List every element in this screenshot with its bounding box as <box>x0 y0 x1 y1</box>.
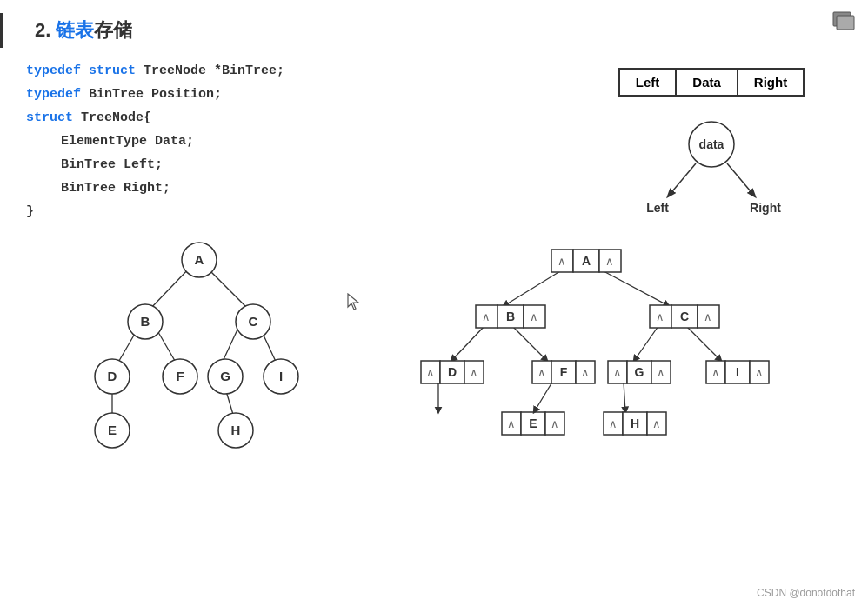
svg-text:data: data <box>699 137 724 151</box>
svg-line-9 <box>206 267 250 310</box>
svg-text:∧: ∧ <box>581 366 590 379</box>
page-container: 2. 链表存储 typedef struct TreeNode *BinTree… <box>0 0 868 606</box>
box-tree-svg: ∧ A ∧ ∧ B ∧ ∧ <box>399 241 782 450</box>
code-line-6: BinTree Right; <box>26 176 564 200</box>
svg-text:A: A <box>195 252 204 267</box>
svg-line-5 <box>727 163 755 196</box>
cell-data: Data <box>676 69 738 96</box>
svg-text:D: D <box>448 365 457 379</box>
svg-line-45 <box>686 326 721 361</box>
svg-text:∧: ∧ <box>507 417 516 430</box>
svg-line-90 <box>534 383 551 412</box>
svg-text:C: C <box>680 310 689 323</box>
svg-line-43 <box>512 326 547 361</box>
svg-text:∧: ∧ <box>652 417 661 430</box>
svg-text:∧: ∧ <box>613 366 622 379</box>
svg-text:H: H <box>631 416 639 430</box>
svg-text:∧: ∧ <box>605 255 614 268</box>
svg-text:∧: ∧ <box>482 310 491 323</box>
svg-text:∧: ∧ <box>530 310 538 323</box>
title-cn: 链表 <box>56 19 94 41</box>
svg-text:∧: ∧ <box>426 366 435 379</box>
title-suffix: 存储 <box>94 19 132 41</box>
svg-text:D: D <box>108 369 117 383</box>
svg-text:F: F <box>560 365 568 379</box>
svg-line-42 <box>451 326 484 361</box>
section-title: 2. 链表存储 <box>35 17 842 43</box>
svg-text:B: B <box>506 310 515 323</box>
code-line-1: typedef struct TreeNode *BinTree; <box>26 59 564 83</box>
node-table: Left Data Right <box>618 68 805 97</box>
code-line-5: BinTree Left; <box>26 153 564 176</box>
svg-text:∧: ∧ <box>755 366 764 379</box>
code-line-4: ElementType Data; <box>26 130 564 153</box>
svg-line-44 <box>634 326 658 361</box>
svg-text:B: B <box>141 314 150 329</box>
mini-tree-svg: data Left Right <box>633 118 790 223</box>
code-section: typedef struct TreeNode *BinTree; typede… <box>26 59 564 223</box>
svg-text:H: H <box>231 423 241 437</box>
box-tree: ∧ A ∧ ∧ B ∧ ∧ <box>399 241 782 450</box>
code-line-3: struct TreeNode{ <box>26 106 564 130</box>
svg-line-4 <box>668 163 696 196</box>
svg-text:E: E <box>529 416 537 430</box>
svg-text:∧: ∧ <box>609 417 618 430</box>
left-border-accent <box>0 13 3 48</box>
kw-typedef-1: typedef <box>26 63 81 78</box>
svg-line-59 <box>624 382 625 412</box>
cell-left: Left <box>619 69 677 96</box>
storage-icon <box>830 10 858 35</box>
svg-text:∧: ∧ <box>656 310 664 323</box>
svg-text:A: A <box>582 254 591 268</box>
svg-text:∧: ∧ <box>551 417 559 430</box>
watermark: CSDN @donotdothat <box>757 587 855 599</box>
svg-text:∧: ∧ <box>558 255 566 268</box>
diagram-section: Left Data Right data Left Right <box>581 59 842 223</box>
kw-struct-1: struct <box>89 63 136 78</box>
kw-struct-2: struct <box>26 110 73 125</box>
svg-text:∧: ∧ <box>657 366 665 379</box>
svg-text:C: C <box>249 314 258 329</box>
svg-text:E: E <box>108 423 117 437</box>
code-line-2: typedef BinTree Position; <box>26 83 564 106</box>
svg-text:G: G <box>220 369 230 383</box>
svg-line-35 <box>604 271 669 306</box>
svg-text:∧: ∧ <box>537 366 546 379</box>
circle-tree: A B C D F G I E <box>86 241 312 450</box>
svg-text:I: I <box>736 365 739 379</box>
kw-typedef-2: typedef <box>26 87 81 102</box>
svg-text:Right: Right <box>750 201 781 215</box>
svg-text:∧: ∧ <box>711 366 720 379</box>
svg-rect-1 <box>837 16 854 30</box>
mini-tree-diagram: data Left Right <box>633 118 790 223</box>
svg-text:Left: Left <box>646 201 669 215</box>
svg-text:∧: ∧ <box>470 366 478 379</box>
svg-text:G: G <box>635 365 644 379</box>
svg-line-34 <box>504 271 560 306</box>
bottom-section: A B C D F G I E <box>26 241 842 450</box>
code-line-7: } <box>26 200 564 223</box>
circle-tree-svg: A B C D F G I E <box>86 241 312 450</box>
cursor-icon <box>347 241 364 314</box>
svg-text:F: F <box>176 369 184 383</box>
title-number: 2. <box>35 19 56 41</box>
svg-text:∧: ∧ <box>704 310 712 323</box>
svg-line-8 <box>149 267 190 310</box>
svg-text:I: I <box>279 369 283 383</box>
cell-right: Right <box>738 69 804 96</box>
content-area: typedef struct TreeNode *BinTree; typede… <box>26 59 842 223</box>
